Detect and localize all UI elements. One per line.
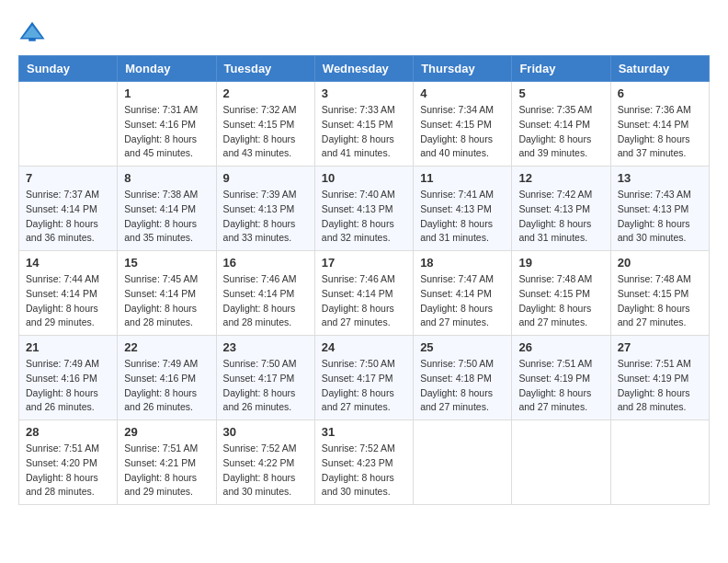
- calendar-header-wednesday: Wednesday: [314, 56, 413, 82]
- day-info: Sunrise: 7:50 AMSunset: 4:18 PMDaylight:…: [420, 357, 505, 415]
- calendar-header-monday: Monday: [118, 56, 216, 82]
- day-info: Sunrise: 7:37 AMSunset: 4:14 PMDaylight:…: [26, 188, 110, 246]
- calendar-week-3: 21Sunrise: 7:49 AMSunset: 4:16 PMDayligh…: [19, 336, 710, 420]
- calendar-cell: 5Sunrise: 7:35 AMSunset: 4:14 PMDaylight…: [512, 82, 610, 167]
- day-number: 30: [223, 425, 308, 439]
- day-info: Sunrise: 7:51 AMSunset: 4:21 PMDaylight:…: [124, 442, 209, 500]
- day-info: Sunrise: 7:49 AMSunset: 4:16 PMDaylight:…: [124, 357, 209, 415]
- day-number: 14: [26, 256, 110, 270]
- calendar-cell: 25Sunrise: 7:50 AMSunset: 4:18 PMDayligh…: [414, 336, 512, 420]
- day-info: Sunrise: 7:49 AMSunset: 4:16 PMDaylight:…: [26, 357, 110, 415]
- calendar-cell: 17Sunrise: 7:46 AMSunset: 4:14 PMDayligh…: [314, 251, 413, 336]
- calendar-cell: 14Sunrise: 7:44 AMSunset: 4:14 PMDayligh…: [19, 251, 118, 336]
- calendar-week-2: 14Sunrise: 7:44 AMSunset: 4:14 PMDayligh…: [19, 251, 710, 336]
- day-info: Sunrise: 7:51 AMSunset: 4:20 PMDaylight:…: [26, 442, 110, 500]
- day-info: Sunrise: 7:41 AMSunset: 4:13 PMDaylight:…: [420, 188, 505, 246]
- svg-rect-2: [28, 38, 36, 41]
- calendar-cell: 15Sunrise: 7:45 AMSunset: 4:14 PMDayligh…: [118, 251, 216, 336]
- day-info: Sunrise: 7:42 AMSunset: 4:13 PMDaylight:…: [518, 188, 603, 246]
- day-number: 1: [124, 86, 209, 100]
- calendar-cell: [512, 420, 610, 505]
- calendar-week-4: 28Sunrise: 7:51 AMSunset: 4:20 PMDayligh…: [19, 420, 710, 505]
- calendar-cell: 2Sunrise: 7:32 AMSunset: 4:15 PMDaylight…: [216, 82, 314, 167]
- calendar: SundayMondayTuesdayWednesdayThursdayFrid…: [18, 55, 710, 505]
- day-number: 20: [618, 256, 702, 270]
- day-info: Sunrise: 7:32 AMSunset: 4:15 PMDaylight:…: [223, 103, 308, 161]
- calendar-cell: 9Sunrise: 7:39 AMSunset: 4:13 PMDaylight…: [216, 167, 314, 251]
- calendar-cell: [610, 420, 709, 505]
- calendar-cell: 10Sunrise: 7:40 AMSunset: 4:13 PMDayligh…: [314, 167, 413, 251]
- day-info: Sunrise: 7:46 AMSunset: 4:14 PMDaylight:…: [322, 272, 406, 330]
- day-info: Sunrise: 7:48 AMSunset: 4:15 PMDaylight:…: [518, 272, 603, 330]
- day-info: Sunrise: 7:45 AMSunset: 4:14 PMDaylight:…: [124, 272, 209, 330]
- day-number: 22: [124, 340, 209, 354]
- calendar-cell: 20Sunrise: 7:48 AMSunset: 4:15 PMDayligh…: [610, 251, 709, 336]
- day-number: 18: [420, 256, 505, 270]
- day-info: Sunrise: 7:50 AMSunset: 4:17 PMDaylight:…: [322, 357, 406, 415]
- day-info: Sunrise: 7:33 AMSunset: 4:15 PMDaylight:…: [322, 103, 406, 161]
- day-number: 17: [322, 256, 406, 270]
- day-info: Sunrise: 7:39 AMSunset: 4:13 PMDaylight:…: [223, 188, 308, 246]
- day-info: Sunrise: 7:51 AMSunset: 4:19 PMDaylight:…: [618, 357, 702, 415]
- calendar-week-0: 1Sunrise: 7:31 AMSunset: 4:16 PMDaylight…: [19, 82, 710, 167]
- calendar-cell: 23Sunrise: 7:50 AMSunset: 4:17 PMDayligh…: [216, 336, 314, 420]
- calendar-header-thursday: Thursday: [414, 56, 512, 82]
- day-number: 13: [618, 171, 702, 185]
- calendar-cell: 26Sunrise: 7:51 AMSunset: 4:19 PMDayligh…: [512, 336, 610, 420]
- calendar-cell: 12Sunrise: 7:42 AMSunset: 4:13 PMDayligh…: [512, 167, 610, 251]
- day-number: 11: [420, 171, 505, 185]
- day-number: 27: [618, 340, 702, 354]
- calendar-cell: 8Sunrise: 7:38 AMSunset: 4:14 PMDaylight…: [118, 167, 216, 251]
- calendar-header-saturday: Saturday: [610, 56, 709, 82]
- calendar-header-tuesday: Tuesday: [216, 56, 314, 82]
- calendar-cell: 31Sunrise: 7:52 AMSunset: 4:23 PMDayligh…: [314, 420, 413, 505]
- calendar-cell: [414, 420, 512, 505]
- calendar-cell: 27Sunrise: 7:51 AMSunset: 4:19 PMDayligh…: [610, 336, 709, 420]
- day-number: 12: [518, 171, 603, 185]
- day-number: 29: [124, 425, 209, 439]
- day-info: Sunrise: 7:44 AMSunset: 4:14 PMDaylight:…: [26, 272, 110, 330]
- day-info: Sunrise: 7:48 AMSunset: 4:15 PMDaylight:…: [618, 272, 702, 330]
- day-info: Sunrise: 7:31 AMSunset: 4:16 PMDaylight:…: [124, 103, 209, 161]
- day-number: 24: [322, 340, 406, 354]
- day-number: 19: [518, 256, 603, 270]
- calendar-cell: 11Sunrise: 7:41 AMSunset: 4:13 PMDayligh…: [414, 167, 512, 251]
- calendar-body: 1Sunrise: 7:31 AMSunset: 4:16 PMDaylight…: [19, 82, 710, 505]
- calendar-cell: 13Sunrise: 7:43 AMSunset: 4:13 PMDayligh…: [610, 167, 709, 251]
- calendar-cell: 22Sunrise: 7:49 AMSunset: 4:16 PMDayligh…: [118, 336, 216, 420]
- day-number: 31: [322, 425, 406, 439]
- calendar-cell: 1Sunrise: 7:31 AMSunset: 4:16 PMDaylight…: [118, 82, 216, 167]
- day-number: 23: [223, 340, 308, 354]
- day-number: 7: [26, 171, 110, 185]
- day-number: 6: [618, 86, 702, 100]
- day-number: 4: [420, 86, 505, 100]
- calendar-cell: 28Sunrise: 7:51 AMSunset: 4:20 PMDayligh…: [19, 420, 118, 505]
- day-number: 3: [322, 86, 406, 100]
- logo: [18, 18, 50, 46]
- day-info: Sunrise: 7:40 AMSunset: 4:13 PMDaylight:…: [322, 188, 406, 246]
- calendar-cell: 24Sunrise: 7:50 AMSunset: 4:17 PMDayligh…: [314, 336, 413, 420]
- day-info: Sunrise: 7:47 AMSunset: 4:14 PMDaylight:…: [420, 272, 505, 330]
- day-info: Sunrise: 7:46 AMSunset: 4:14 PMDaylight:…: [223, 272, 308, 330]
- logo-icon: [18, 18, 46, 46]
- day-info: Sunrise: 7:36 AMSunset: 4:14 PMDaylight:…: [618, 103, 702, 161]
- day-number: 9: [223, 171, 308, 185]
- day-number: 28: [26, 425, 110, 439]
- day-number: 25: [420, 340, 505, 354]
- calendar-header-sunday: Sunday: [19, 56, 118, 82]
- calendar-header-row: SundayMondayTuesdayWednesdayThursdayFrid…: [19, 56, 710, 82]
- day-number: 5: [518, 86, 603, 100]
- calendar-header-friday: Friday: [512, 56, 610, 82]
- day-number: 2: [223, 86, 308, 100]
- day-info: Sunrise: 7:52 AMSunset: 4:22 PMDaylight:…: [223, 442, 308, 500]
- day-number: 15: [124, 256, 209, 270]
- day-info: Sunrise: 7:52 AMSunset: 4:23 PMDaylight:…: [322, 442, 406, 500]
- day-info: Sunrise: 7:50 AMSunset: 4:17 PMDaylight:…: [223, 357, 308, 415]
- day-info: Sunrise: 7:51 AMSunset: 4:19 PMDaylight:…: [518, 357, 603, 415]
- calendar-cell: 4Sunrise: 7:34 AMSunset: 4:15 PMDaylight…: [414, 82, 512, 167]
- calendar-cell: 21Sunrise: 7:49 AMSunset: 4:16 PMDayligh…: [19, 336, 118, 420]
- calendar-cell: 30Sunrise: 7:52 AMSunset: 4:22 PMDayligh…: [216, 420, 314, 505]
- calendar-cell: 29Sunrise: 7:51 AMSunset: 4:21 PMDayligh…: [118, 420, 216, 505]
- calendar-cell: 7Sunrise: 7:37 AMSunset: 4:14 PMDaylight…: [19, 167, 118, 251]
- calendar-cell: 18Sunrise: 7:47 AMSunset: 4:14 PMDayligh…: [414, 251, 512, 336]
